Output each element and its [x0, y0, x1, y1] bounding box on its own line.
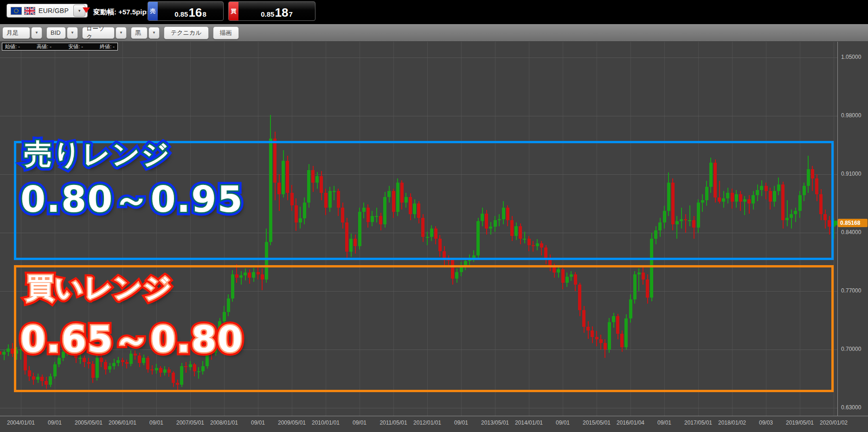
current-price-tag: 0.85168: [838, 219, 868, 227]
chart-type-value: ローソク: [82, 27, 115, 39]
price-axis-label: 0.77000: [841, 287, 861, 294]
price-type-select[interactable]: BID ▼: [46, 27, 78, 39]
chevron-down-icon: ▼: [77, 9, 81, 13]
buy-range-values[interactable]: 0.65～0.80 0.65～0.80 0.65～0.80: [20, 319, 244, 361]
date-axis-label: 2004/01/01: [7, 419, 35, 426]
date-axis-label: 09/01: [556, 419, 570, 426]
candle-wick: [4, 349, 5, 360]
buy-button[interactable]: 買 0.85187: [228, 1, 315, 21]
change-indicator: 変動幅: +57.5pips: [83, 0, 150, 24]
date-axis-label: 2012/01/01: [413, 419, 441, 426]
date-axis-label: 09/01: [353, 419, 366, 426]
buy-side-label: 買: [229, 2, 238, 20]
sell-price-big: 16: [188, 6, 202, 20]
horizontal-gridline: [0, 116, 837, 116]
date-axis-label: 2011/05/01: [379, 419, 407, 426]
candle-body: [6, 349, 10, 352]
date-axis-label: 2020/01/02: [820, 419, 848, 426]
close-readout: 終値: -: [100, 43, 115, 50]
buy-price-last: 7: [289, 10, 292, 18]
price-axis-label: 0.91000: [841, 171, 861, 177]
date-axis-label: 09/01: [149, 419, 163, 426]
sell-range-title[interactable]: 売りレンジ 売りレンジ 売りレンジ: [24, 138, 171, 170]
timeframe-value: 月足: [2, 27, 30, 39]
date-axis-label: 2006/01/01: [109, 419, 136, 426]
price-axis-label: 0.98000: [841, 112, 861, 119]
sell-price: 0.85168: [158, 2, 223, 20]
eu-flag-icon: [11, 7, 22, 15]
date-axis-label: 2009/05/01: [278, 419, 306, 426]
date-axis-label: 2007/05/01: [176, 419, 204, 426]
open-readout: 始値: -: [5, 43, 20, 50]
horizontal-gridline: [0, 408, 837, 408]
candlestick-chart[interactable]: 売りレンジ 売りレンジ 売りレンジ 0.80～0.95 0.80～0.95 0.…: [0, 42, 868, 432]
price-axis[interactable]: 1.050000.980000.910000.840000.770000.700…: [838, 42, 868, 416]
chevron-down-icon[interactable]: ▼: [31, 27, 42, 39]
candle-body: [2, 352, 6, 354]
buy-price-pre: 0.85: [261, 10, 274, 18]
sell-price-pre: 0.85: [174, 10, 188, 18]
sell-range-values[interactable]: 0.80～0.95 0.80～0.95 0.80～0.95: [20, 179, 244, 221]
quote-bar: EUR/GBP ▼ 変動幅: +57.5pips 売 0.85168 買 0.8…: [0, 0, 868, 24]
chevron-down-icon[interactable]: ▼: [116, 27, 127, 39]
date-axis[interactable]: 2004/01/0109/012005/05/012006/01/0109/01…: [0, 416, 868, 432]
date-axis-label: 2019/05/01: [786, 419, 814, 426]
chart-toolbar: 月足 ▼ BID ▼ ローソク ▼ 黒 ▼ テクニカル 描画: [0, 24, 868, 42]
date-axis-label: 2013/05/01: [481, 419, 509, 426]
chevron-down-icon[interactable]: ▼: [148, 27, 160, 39]
price-axis-label: 0.63000: [841, 404, 861, 411]
sell-price-last: 8: [202, 10, 206, 18]
date-axis-label: 09/01: [48, 419, 62, 426]
theme-select[interactable]: 黒 ▼: [131, 27, 160, 39]
down-triangle-icon: [83, 7, 90, 13]
currency-pair-selector[interactable]: EUR/GBP ▼: [6, 4, 88, 18]
date-axis-label: 2015/05/01: [583, 419, 611, 426]
high-readout: 高値: -: [37, 43, 51, 50]
last-close-marker: [834, 221, 837, 225]
date-axis-label: 2014/01/01: [515, 419, 543, 426]
buy-price-big: 18: [275, 6, 288, 20]
technical-button[interactable]: テクニカル: [164, 26, 209, 39]
price-axis-label: 0.70000: [841, 346, 861, 352]
date-axis-label: 2018/01/02: [718, 419, 746, 426]
date-axis-label: 2016/01/04: [617, 419, 644, 426]
chevron-down-icon[interactable]: ▼: [67, 27, 78, 39]
buy-price: 0.85187: [238, 2, 315, 20]
date-axis-label: 2008/01/01: [210, 419, 238, 426]
date-axis-label: 09/01: [657, 419, 671, 426]
price-type-value: BID: [46, 27, 66, 39]
price-axis-label: 0.84000: [841, 229, 861, 235]
low-readout: 安値: -: [68, 43, 83, 50]
buy-range-title[interactable]: 買いレンジ 買いレンジ 買いレンジ: [26, 272, 173, 304]
candle-body: [0, 351, 1, 355]
date-axis-label: 09/03: [759, 419, 773, 426]
theme-value: 黒: [131, 27, 148, 39]
horizontal-gridline: [0, 57, 837, 58]
date-axis-label: 09/01: [454, 419, 468, 426]
sell-button[interactable]: 売 0.85168: [148, 1, 224, 21]
uk-flag-icon: [24, 7, 35, 15]
date-axis-label: 09/01: [251, 419, 265, 426]
timeframe-select[interactable]: 月足 ▼: [2, 27, 42, 39]
fx-chart-window: EUR/GBP ▼ 変動幅: +57.5pips 売 0.85168 買 0.8…: [0, 0, 868, 432]
ohlc-readout-bar: 始値: - 高値: - 安値: - 終値: -: [2, 43, 118, 51]
date-axis-label: 2017/05/01: [684, 419, 712, 426]
date-axis-label: 2010/01/01: [312, 419, 340, 426]
chart-type-select[interactable]: ローソク ▼: [82, 27, 127, 39]
sell-side-label: 売: [148, 2, 158, 20]
draw-button[interactable]: 描画: [213, 26, 239, 39]
price-axis-label: 1.05000: [841, 54, 861, 60]
change-label: 変動幅: +57.5pips: [93, 8, 150, 17]
date-axis-label: 2005/05/01: [75, 419, 103, 426]
pair-label: EUR/GBP: [39, 7, 69, 14]
